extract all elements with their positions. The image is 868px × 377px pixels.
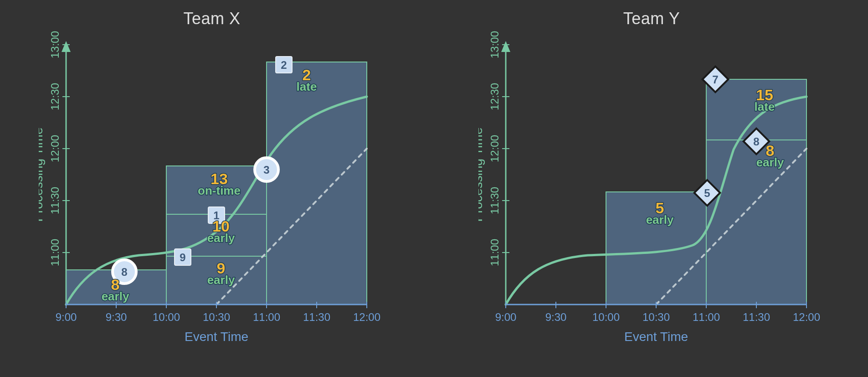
x-tick-label: 9:00 — [495, 311, 517, 323]
y-axis-arrow-icon — [501, 41, 510, 52]
chart-svg: 11:00 11:30 12:00 12:30 13:00 Processing… — [478, 31, 825, 359]
x-tick-label: 10:00 — [153, 311, 180, 323]
svg-text:3: 3 — [263, 164, 269, 176]
pane-status: early — [207, 273, 235, 287]
svg-text:2: 2 — [281, 59, 287, 71]
y-tick-label: 13:00 — [488, 31, 501, 58]
pane-status: on-time — [198, 184, 241, 197]
x-tick-label: 9:30 — [545, 311, 567, 323]
pane-status: early — [207, 231, 235, 245]
event-marker: 3 — [255, 158, 278, 181]
svg-text:7: 7 — [712, 73, 718, 86]
panel-title: Team Y — [478, 9, 825, 28]
window-rect — [267, 62, 367, 305]
y-tick-label: 11:30 — [49, 187, 61, 214]
y-axis-label: Processing Time — [39, 128, 45, 222]
pane-status: early — [756, 155, 784, 169]
x-axis-label: Event Time — [185, 330, 248, 344]
y-axis-arrow-icon — [62, 41, 71, 52]
y-tick-label: 11:00 — [488, 239, 501, 266]
x-tick-label: 9:00 — [56, 311, 77, 323]
panel-title: Team X — [39, 9, 385, 28]
pane-status: early — [102, 289, 129, 303]
pane-status: late — [297, 80, 317, 93]
y-tick-label: 13:00 — [49, 31, 61, 58]
y-tick-label: 12:30 — [49, 83, 61, 110]
y-tick-label: 12:30 — [488, 83, 501, 110]
y-tick-label: 11:30 — [488, 187, 501, 214]
x-axis-label: Event Time — [624, 330, 688, 344]
svg-text:8: 8 — [121, 266, 127, 278]
x-tick-label: 10:30 — [642, 311, 670, 323]
pane-status: early — [646, 213, 674, 227]
event-marker: 9 — [175, 249, 191, 265]
y-axis-label: Processing Time — [478, 128, 485, 222]
chart-team-x: 11:00 11:30 12:00 12:30 13:00 Processing… — [39, 31, 385, 359]
chart-svg: 11:00 11:30 12:00 12:30 13:00 Processing… — [39, 31, 385, 359]
y-tick-label: 11:00 — [49, 239, 61, 266]
panel-team-y: Team Y 11:00 11:30 12:00 12:30 13:00 Pro — [478, 9, 825, 369]
y-tick-label: 12:00 — [488, 135, 501, 162]
svg-text:8: 8 — [753, 135, 759, 148]
x-tick-label: 12:00 — [353, 311, 380, 323]
x-tick-label: 11:30 — [743, 311, 770, 323]
x-tick-label: 11:30 — [303, 311, 330, 323]
x-tick-label: 10:00 — [592, 311, 620, 323]
pane-status: late — [755, 100, 775, 114]
x-tick-label: 10:30 — [203, 311, 230, 323]
chart-team-y: 11:00 11:30 12:00 12:30 13:00 Processing… — [478, 31, 825, 359]
svg-text:9: 9 — [180, 251, 185, 263]
panel-team-x: Team X 11:00 11:30 12:00 12:30 — [39, 9, 385, 369]
x-tick-label: 11:00 — [253, 311, 280, 323]
y-tick-label: 12:00 — [49, 135, 61, 162]
event-marker: 2 — [276, 57, 292, 73]
x-tick-label: 9:30 — [106, 311, 127, 323]
x-tick-label: 11:00 — [693, 311, 720, 323]
x-tick-label: 12:00 — [793, 311, 820, 323]
svg-text:5: 5 — [704, 187, 710, 199]
stage: Team X 11:00 11:30 12:00 12:30 — [0, 0, 868, 377]
